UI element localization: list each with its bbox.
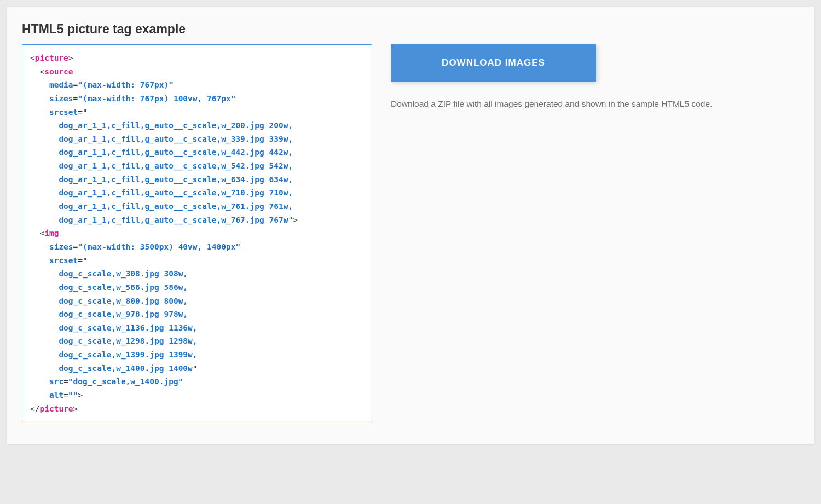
attr-src: src (49, 377, 63, 386)
img-srcset-line: dog_c_scale,w_1136.jpg 1136w, (59, 323, 197, 332)
srcset-line: dog_ar_1_1,c_fill,g_auto__c_scale,w_634.… (59, 175, 293, 184)
img-srcset-line-last: dog_c_scale,w_1400.jpg 1400w (59, 364, 192, 373)
img-srcset-line: dog_c_scale,w_800.jpg 800w, (59, 297, 188, 305)
attr-media: media (49, 80, 73, 89)
download-column: DOWNLOAD IMAGES Download a ZIP file with… (391, 44, 799, 111)
img-srcset-line: dog_c_scale,w_308.jpg 308w, (59, 269, 188, 278)
content-columns: <picture> <source media="(max-width: 767… (22, 44, 799, 422)
srcset-line: dog_ar_1_1,c_fill,g_auto__c_scale,w_710.… (59, 188, 293, 197)
srcset-line-last: dog_ar_1_1,c_fill,g_auto__c_scale,w_767.… (59, 216, 288, 224)
section-title: HTML5 picture tag example (22, 22, 799, 37)
tag-source: source (44, 67, 73, 76)
srcset-line: dog_ar_1_1,c_fill,g_auto__c_scale,w_542.… (59, 161, 293, 170)
val-sizes: "(max-width: 767px) 100vw, 767px" (78, 94, 235, 103)
tag-img: img (44, 229, 59, 237)
code-column: <picture> <source media="(max-width: 767… (22, 44, 372, 422)
srcset-open: =" (78, 108, 87, 117)
img-srcset-line: dog_c_scale,w_1399.jpg 1399w, (59, 350, 197, 359)
srcset-line: dog_ar_1_1,c_fill,g_auto__c_scale,w_339.… (59, 135, 293, 143)
img-srcset-close: " (193, 364, 198, 373)
attr-alt: alt (49, 391, 63, 399)
download-images-button[interactable]: DOWNLOAD IMAGES (391, 44, 596, 82)
srcset-line: dog_ar_1_1,c_fill,g_auto__c_scale,w_442.… (59, 148, 293, 157)
attr-img-srcset: srcset (49, 256, 78, 265)
tag-picture-open: picture (35, 54, 68, 62)
img-srcset-line: dog_c_scale,w_586.jpg 586w, (59, 283, 188, 292)
val-src: "dog_c_scale,w_1400.jpg" (68, 377, 183, 386)
example-card: HTML5 picture tag example <picture> <sou… (7, 7, 814, 444)
srcset-line: dog_ar_1_1,c_fill,g_auto__c_scale,w_761.… (59, 202, 293, 211)
img-srcset-line: dog_c_scale,w_978.jpg 978w, (59, 310, 188, 318)
val-img-sizes: "(max-width: 3500px) 40vw, 1400px" (78, 242, 240, 251)
srcset-close: "> (288, 216, 297, 224)
val-media: "(max-width: 767px)" (78, 80, 174, 89)
attr-srcset: srcset (49, 108, 78, 117)
download-description: Download a ZIP file with all images gene… (391, 97, 796, 111)
srcset-line: dog_ar_1_1,c_fill,g_auto__c_scale,w_200.… (59, 121, 293, 130)
val-alt: "" (68, 391, 78, 399)
attr-sizes: sizes (49, 94, 73, 103)
img-srcset-open: =" (78, 256, 87, 265)
code-sample: <picture> <source media="(max-width: 767… (22, 44, 372, 422)
img-srcset-line: dog_c_scale,w_1298.jpg 1298w, (59, 337, 197, 345)
tag-picture-close: picture (39, 404, 73, 413)
attr-img-sizes: sizes (49, 242, 73, 251)
